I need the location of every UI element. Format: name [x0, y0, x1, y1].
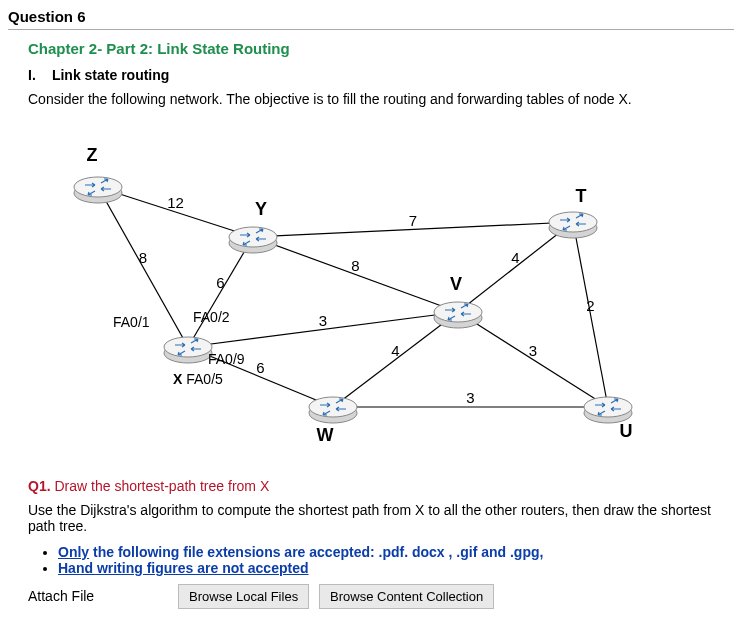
svg-line-11 — [458, 222, 573, 312]
edge-weight-Y-T: 7 — [409, 212, 417, 229]
iface-fa05: X FA0/5 — [173, 371, 223, 387]
question-header: Question 6 — [8, 8, 734, 30]
q1-label: Q1. — [28, 478, 51, 494]
router-z — [74, 177, 122, 203]
q1-instruction: Use the Dijkstra's algorithm to compute … — [28, 502, 734, 534]
router-x — [164, 337, 212, 363]
node-label-u: U — [620, 421, 633, 441]
section-heading: I. Link state routing — [28, 67, 734, 83]
edge-weight-V-T: 4 — [511, 249, 519, 266]
node-label-w: W — [317, 425, 334, 445]
network-diagram: 1286783643432 ZYTVWU FA0/1 FA0/2 FA0/9 X… — [28, 117, 688, 467]
router-u — [584, 397, 632, 423]
svg-line-12 — [458, 312, 608, 407]
browse-collection-button[interactable]: Browse Content Collection — [319, 584, 494, 609]
edge-weight-W-V: 4 — [391, 342, 399, 359]
rule-2: Hand writing figures are not accepted — [58, 560, 734, 576]
edge-weight-T-U: 2 — [586, 297, 594, 314]
section-number: I. — [28, 67, 48, 83]
node-label-v: V — [450, 274, 462, 294]
iface-fa02: FA0/2 — [193, 309, 230, 325]
router-t — [549, 212, 597, 238]
svg-line-13 — [573, 222, 608, 407]
q1-title: Draw the shortest-path tree from X — [54, 478, 269, 494]
rule-1: Only the following file extensions are a… — [58, 544, 734, 560]
intro-text: Consider the following network. The obje… — [28, 91, 734, 107]
svg-line-6 — [253, 237, 458, 312]
rules-list: Only the following file extensions are a… — [58, 544, 734, 576]
node-label-y: Y — [255, 199, 267, 219]
router-y — [229, 227, 277, 253]
iface-fa09: FA0/9 — [208, 351, 245, 367]
edge-weight-X-V: 3 — [319, 312, 327, 329]
edge-weight-X-W: 6 — [256, 359, 264, 376]
section-title: Link state routing — [52, 67, 169, 83]
edge-weight-Z-X: 8 — [139, 249, 147, 266]
edge-weight-W-U: 3 — [466, 389, 474, 406]
attach-row: Attach File Browse Local Files Browse Co… — [28, 584, 734, 609]
q1-heading: Q1. Draw the shortest-path tree from X — [28, 478, 734, 494]
browse-local-button[interactable]: Browse Local Files — [178, 584, 309, 609]
edge-weight-Y-X: 6 — [216, 274, 224, 291]
svg-line-4 — [188, 237, 253, 347]
router-v — [434, 302, 482, 328]
router-w — [309, 397, 357, 423]
edge-weight-Z-Y: 12 — [167, 194, 184, 211]
node-label-z: Z — [87, 145, 98, 165]
node-label-t: T — [576, 186, 587, 206]
edge-weight-V-U: 3 — [529, 342, 537, 359]
iface-fa01: FA0/1 — [113, 314, 150, 330]
edge-weight-Y-V: 8 — [351, 257, 359, 274]
chapter-title: Chapter 2- Part 2: Link State Routing — [28, 40, 734, 57]
attach-label: Attach File — [28, 588, 94, 604]
